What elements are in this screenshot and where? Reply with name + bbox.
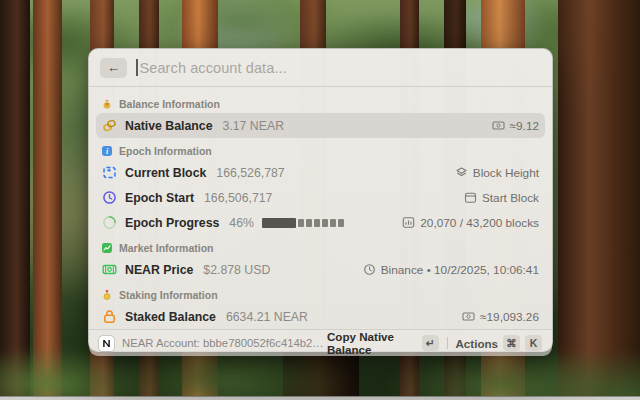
- row-title: NEAR Price: [125, 263, 193, 277]
- row-accessory: 20,070 / 43,200 blocks: [402, 216, 539, 230]
- list-item-native-balance[interactable]: Native Balance 3.17 NEAR ≈9.12: [96, 113, 545, 138]
- enter-key-icon: ↵: [422, 335, 439, 351]
- row-accessory: ≈19,093.26: [462, 310, 539, 324]
- list-item-epoch-progress[interactable]: Epoch Progress 46% 20,070 / 43,200 block…: [96, 210, 545, 235]
- list-item-current-block[interactable]: Current Block 166,526,787 Block Height: [96, 160, 545, 185]
- row-accessory: Block Height: [455, 166, 539, 180]
- list-item-epoch-start[interactable]: Epoch Start 166,506,717 Start Block: [96, 185, 545, 210]
- row-value: 166,506,717: [204, 191, 272, 205]
- action-bar: NEAR Account: bbbe780052f6c414b22441627d…: [89, 329, 552, 356]
- desktop: ← Search account data... Balance Informa…: [0, 0, 640, 400]
- coins-icon: [102, 118, 117, 133]
- section-label: Market Information: [119, 242, 214, 254]
- back-button[interactable]: ←: [100, 58, 127, 78]
- results-list: Balance Information Native Balance 3.17 …: [89, 87, 552, 329]
- row-title: Native Balance: [125, 119, 213, 133]
- info-icon: i: [101, 145, 113, 157]
- list-item-near-price[interactable]: NEAR Price $2.878 USD Binance • 10/2/202…: [96, 257, 545, 282]
- clock-icon: [102, 190, 117, 205]
- row-value: $2.878 USD: [203, 263, 270, 277]
- lock-icon: [102, 309, 117, 324]
- progress-bar: [262, 218, 344, 228]
- near-logo-icon: [99, 336, 114, 351]
- footer-status-text: NEAR Account: bbbe780052f6c414b22441627d…: [122, 337, 327, 349]
- actions-button[interactable]: Actions ⌘ K: [455, 335, 542, 351]
- row-title: Epoch Start: [125, 191, 194, 205]
- row-value: 46%: [229, 216, 254, 230]
- row-accessory: Binance • 10/2/2025, 10:06:41: [363, 263, 539, 277]
- search-bar: ← Search account data...: [89, 49, 552, 86]
- row-value: 166,526,787: [216, 166, 284, 180]
- clock-small-icon: [363, 263, 376, 276]
- progress-bar-fill: [262, 218, 296, 228]
- layers-icon: [455, 166, 468, 179]
- row-title: Staked Balance: [125, 310, 216, 324]
- command-key-icon: ⌘: [503, 335, 520, 351]
- chart-up-icon: [101, 242, 113, 254]
- section-header-staking: Staking Information: [101, 287, 540, 303]
- block-icon: [102, 165, 117, 180]
- section-label: Staking Information: [119, 289, 218, 301]
- section-header-epoch: i Epoch Information: [101, 143, 540, 159]
- row-title: Current Block: [125, 166, 206, 180]
- progress-ring-icon: [102, 215, 117, 230]
- row-accessory: ≈9.12: [492, 119, 539, 133]
- command-palette-window: ← Search account data... Balance Informa…: [88, 48, 553, 352]
- row-accessory: Start Block: [464, 191, 539, 205]
- row-value: 6634.21 NEAR: [226, 310, 308, 324]
- copy-native-balance-button[interactable]: Copy Native Balance ↵: [327, 330, 439, 356]
- section-header-balance: Balance Information: [101, 96, 540, 112]
- banknote-icon: [462, 310, 475, 323]
- section-header-market: Market Information: [101, 240, 540, 256]
- row-value: 3.17 NEAR: [223, 119, 285, 133]
- bar-chart-icon: [402, 216, 415, 229]
- medal-icon: [101, 289, 113, 301]
- row-title: Epoch Progress: [125, 216, 219, 230]
- k-key-icon: K: [525, 335, 542, 351]
- banknote-icon: [492, 119, 505, 132]
- banknote-green-icon: [102, 262, 117, 277]
- arrow-left-icon: ←: [107, 61, 120, 74]
- divider: [447, 337, 448, 349]
- section-label: Epoch Information: [119, 145, 212, 157]
- calendar-icon: [464, 191, 477, 204]
- search-input[interactable]: Search account data...: [140, 60, 287, 76]
- dock-edge: [0, 396, 640, 400]
- money-bag-icon: [101, 98, 113, 110]
- section-label: Balance Information: [119, 98, 220, 110]
- text-caret: [136, 59, 138, 76]
- list-item-staked-balance[interactable]: Staked Balance 6634.21 NEAR ≈19,093.26: [96, 304, 545, 329]
